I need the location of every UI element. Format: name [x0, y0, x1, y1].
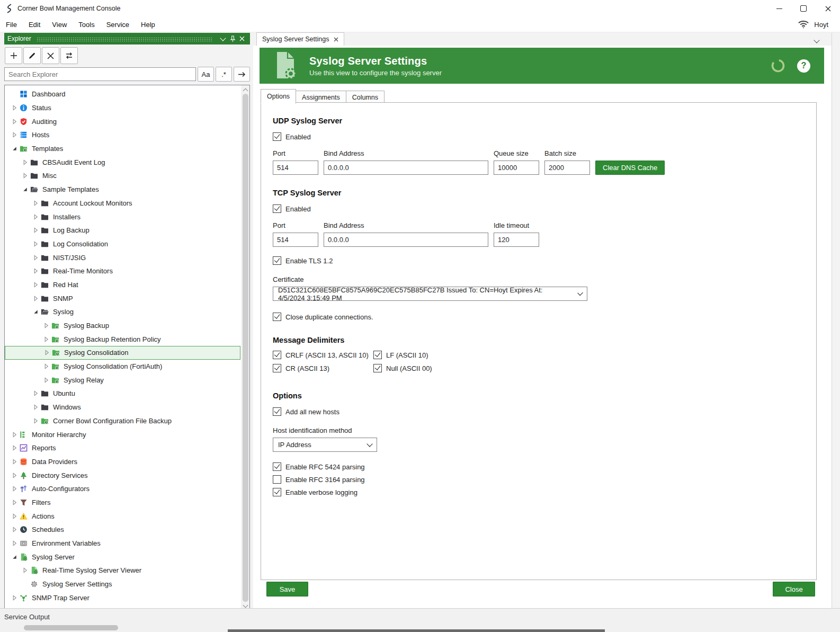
tcp-port-input[interactable]: 514: [273, 233, 318, 247]
expander-icon[interactable]: [31, 227, 40, 234]
menu-service[interactable]: Service: [101, 21, 135, 29]
tree-item[interactable]: Installers: [5, 210, 240, 224]
checkbox-checked-icon[interactable]: [373, 364, 382, 372]
checkbox-checked-icon[interactable]: [273, 256, 281, 265]
tab-syslog-server-settings[interactable]: Syslog Server Settings: [256, 32, 344, 46]
tcp-enabled-checkbox[interactable]: Enabled: [273, 204, 816, 213]
edit-button[interactable]: [23, 47, 41, 64]
menu-tools[interactable]: Tools: [73, 21, 100, 29]
udp-bind-address-input[interactable]: 0.0.0.0: [324, 161, 488, 175]
checkbox-checked-icon[interactable]: [273, 407, 281, 416]
tab-close-icon[interactable]: [334, 37, 338, 42]
tree-item[interactable]: Log Consolidation: [5, 237, 240, 251]
expander-icon[interactable]: [31, 200, 40, 207]
tree-item[interactable]: SNMP Trap Server: [5, 591, 240, 604]
search-input[interactable]: [4, 67, 196, 81]
expander-icon[interactable]: [10, 104, 19, 111]
add-all-new-hosts-checkbox[interactable]: Add all new hosts: [273, 407, 816, 416]
tree-item[interactable]: Corner Bowl Configuration File Backup: [5, 414, 240, 428]
expander-icon[interactable]: [10, 131, 19, 138]
checkbox-checked-icon[interactable]: [273, 204, 281, 213]
close-view-button[interactable]: Close: [773, 582, 815, 597]
tree-item[interactable]: Syslog Consolidation: [5, 346, 240, 360]
checkbox-checked-icon[interactable]: [273, 488, 281, 496]
checkbox-unchecked-icon[interactable]: [273, 475, 281, 484]
panel-close-icon[interactable]: [237, 34, 247, 43]
delete-button[interactable]: [42, 47, 59, 64]
regex-button[interactable]: .*: [216, 67, 232, 82]
lf-checkbox[interactable]: LF (ASCII 10): [373, 351, 511, 359]
tree-item[interactable]: CBSAudit Event Log: [5, 155, 240, 169]
verbose-logging-checkbox[interactable]: Enable verbose logging: [273, 488, 816, 496]
pin-icon[interactable]: [228, 34, 237, 43]
menu-file[interactable]: File: [0, 21, 23, 29]
expander-icon[interactable]: [10, 513, 19, 520]
expander-icon[interactable]: [21, 567, 29, 574]
tcp-idle-timeout-input[interactable]: 120: [494, 233, 539, 247]
tree-item[interactable]: Syslog Backup: [5, 319, 240, 333]
udp-enabled-checkbox[interactable]: Enabled: [273, 132, 816, 141]
tree-item[interactable]: Real-Time Syslog Server Viewer: [5, 564, 240, 577]
certificate-select[interactable]: D51C321C608E5BFC8575A969C20EC575B85FC27B…: [273, 287, 587, 301]
expander-icon[interactable]: [10, 444, 19, 451]
close-button[interactable]: [816, 0, 840, 17]
expander-icon[interactable]: [31, 308, 40, 315]
expander-icon[interactable]: [31, 295, 40, 302]
expander-icon[interactable]: [42, 349, 51, 356]
tree-item[interactable]: Status: [5, 101, 240, 115]
tree-item[interactable]: (x)Environment Variables: [5, 537, 240, 550]
menu-edit[interactable]: Edit: [23, 21, 46, 29]
expander-icon[interactable]: [31, 254, 40, 261]
null-checkbox[interactable]: Null (ASCII 00): [373, 364, 511, 372]
udp-queue-size-input[interactable]: 10000: [494, 161, 539, 175]
add-button[interactable]: [5, 47, 22, 64]
tcp-bind-address-input[interactable]: 0.0.0.0: [324, 233, 488, 247]
expander-icon[interactable]: [10, 145, 19, 152]
tree-item[interactable]: Syslog Server: [5, 550, 240, 564]
tree-item[interactable]: Syslog Server Settings: [5, 577, 240, 591]
tree-item[interactable]: Reports: [5, 441, 240, 455]
expander-icon[interactable]: [10, 118, 19, 125]
tree-item[interactable]: Sample Templates: [5, 183, 240, 197]
tree-item[interactable]: Auditing: [5, 114, 240, 128]
horizontal-scrollbar[interactable]: [0, 624, 840, 632]
udp-port-input[interactable]: 514: [273, 161, 318, 175]
checkbox-checked-icon[interactable]: [273, 462, 281, 471]
expander-icon[interactable]: [10, 499, 19, 506]
tree-item[interactable]: Misc: [5, 169, 240, 183]
cr-checkbox[interactable]: CR (ASCII 13): [273, 364, 373, 372]
tree-scrollbar[interactable]: [241, 85, 249, 610]
tree-item[interactable]: Syslog: [5, 305, 240, 319]
expander-icon[interactable]: [10, 526, 19, 533]
expander-icon[interactable]: [10, 472, 19, 479]
tree-item[interactable]: Syslog Backup Retention Policy: [5, 332, 240, 346]
tab-options[interactable]: Options: [261, 89, 296, 104]
expander-icon[interactable]: [31, 404, 40, 411]
expander-icon[interactable]: [21, 172, 29, 179]
crlf-checkbox[interactable]: CRLF (ASCII 13, ASCII 10): [273, 351, 373, 359]
move-button[interactable]: [60, 47, 78, 64]
tree-item[interactable]: Windows: [5, 400, 240, 414]
tree-item[interactable]: Hosts: [5, 128, 240, 142]
enable-tls-checkbox[interactable]: Enable TLS 1.2: [273, 256, 816, 265]
save-button[interactable]: Save: [266, 582, 308, 597]
tree-item[interactable]: Auto-Configurators: [5, 482, 240, 496]
user-name[interactable]: Hoyt: [814, 21, 828, 29]
expander-icon[interactable]: [10, 458, 19, 465]
expander-icon[interactable]: [31, 390, 40, 397]
tree-item[interactable]: Red Hat: [5, 278, 240, 292]
tree-item[interactable]: Log Backup: [5, 224, 240, 237]
expander-icon[interactable]: [31, 281, 40, 288]
minimize-button[interactable]: [767, 0, 791, 17]
host-identification-select[interactable]: IP Address: [273, 438, 377, 452]
tree-item[interactable]: Actions: [5, 509, 240, 523]
checkbox-checked-icon[interactable]: [273, 132, 281, 141]
tree-item[interactable]: Account Lockout Monitors: [5, 197, 240, 210]
expander-icon[interactable]: [10, 594, 19, 601]
tree-item[interactable]: Dashboard: [5, 87, 240, 101]
tree-item[interactable]: Syslog Relay: [5, 373, 240, 387]
refresh-spinner-icon[interactable]: [771, 58, 785, 73]
tree-item[interactable]: NIST/JSIG: [5, 251, 240, 264]
tree-item[interactable]: Monitor Hierarchy: [5, 428, 240, 441]
checkbox-checked-icon[interactable]: [373, 351, 382, 359]
